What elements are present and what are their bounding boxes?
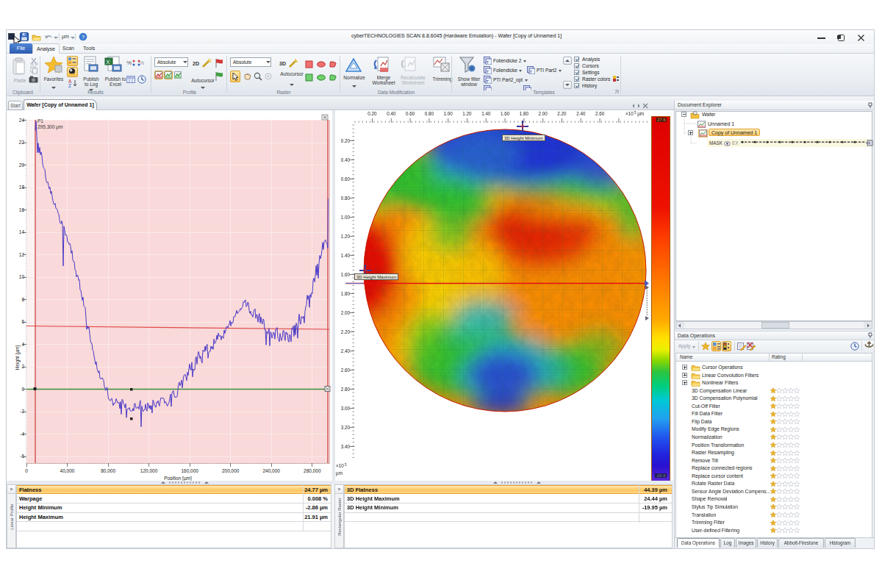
svg-text:T: T: [529, 70, 532, 74]
svg-text:T: T: [486, 70, 489, 74]
svg-text:Z: Z: [68, 83, 71, 87]
svg-text:%: %: [126, 60, 132, 66]
svg-text:?: ?: [82, 34, 85, 40]
svg-text:X: X: [107, 60, 110, 65]
svg-text:T: T: [486, 60, 489, 65]
svg-text:T: T: [486, 79, 489, 84]
